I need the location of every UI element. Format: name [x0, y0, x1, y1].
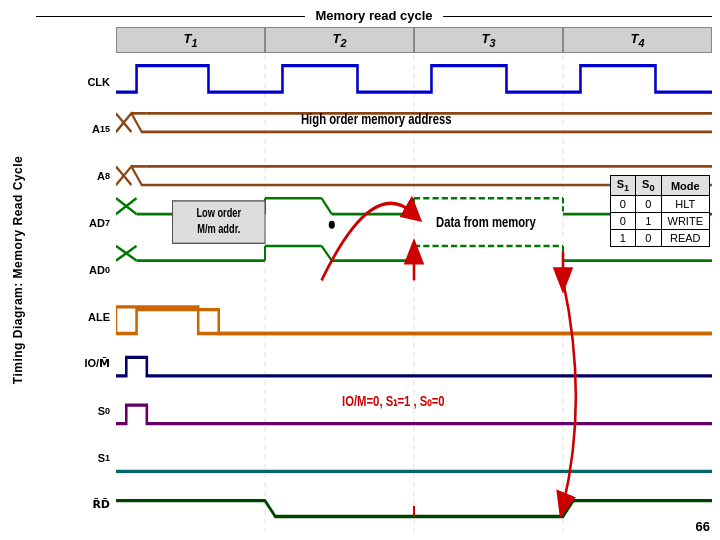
label-s1: S1 [36, 440, 116, 476]
cell-s1-1: 0 [610, 213, 635, 230]
svg-text:Data from memory: Data from memory [436, 214, 536, 231]
table-row: 1 0 READ [610, 230, 709, 247]
svg-text:M/m addr.: M/m addr. [197, 221, 240, 234]
waveform-canvas: High order memory address [116, 55, 712, 532]
high-order-label: High order memory address [301, 110, 452, 127]
clock-header: T1 T2 T3 T4 [36, 27, 712, 53]
cell-s0-1: 1 [636, 213, 661, 230]
cell-mode-write: WRITE [661, 213, 709, 230]
table-row: 0 1 WRITE [610, 213, 709, 230]
cell-s0-2: 0 [636, 230, 661, 247]
table-header-s1: S1 [610, 176, 635, 196]
vertical-label: Timing Diagram: Memory Read Cycle [0, 0, 36, 540]
clock-t4: T4 [563, 27, 712, 53]
title-bar: Memory read cycle [36, 8, 712, 23]
table-header-s0: S0 [636, 176, 661, 196]
label-ad7: AD7 [36, 205, 116, 241]
label-clk: CLK [36, 64, 116, 100]
svg-line-25 [322, 246, 332, 261]
svg-text:Low order: Low order [196, 205, 241, 218]
diagram-title: Memory read cycle [305, 8, 442, 23]
label-ad0: AD0 [36, 252, 116, 288]
label-ale: ALE [36, 299, 116, 335]
cell-s1-0: 0 [610, 196, 635, 213]
waveform-area: CLK A15 A8 AD7 AD0 ALE IO/M̄ S0 S1 R̄D̄ [36, 55, 712, 532]
clock-t2: T2 [265, 27, 414, 53]
mode-table: S1 S0 Mode 0 0 HLT 0 1 WRITE 1 0 READ [610, 175, 710, 247]
table-row: 0 0 HLT [610, 196, 709, 213]
label-a8: A8 [36, 158, 116, 194]
label-rd: R̄D̄ [36, 487, 116, 523]
cell-s0-0: 0 [636, 196, 661, 213]
cell-mode-hlt: HLT [661, 196, 709, 213]
vertical-label-text: Timing Diagram: Memory Read Cycle [11, 156, 25, 384]
svg-point-35 [329, 220, 335, 228]
clock-t1: T1 [116, 27, 265, 53]
label-a15: A15 [36, 111, 116, 147]
signal-labels: CLK A15 A8 AD7 AD0 ALE IO/M̄ S0 S1 R̄D̄ [36, 55, 116, 532]
label-iom: IO/M̄ [36, 346, 116, 382]
main-content: Memory read cycle T1 T2 T3 T4 CLK A15 A8… [36, 0, 720, 540]
page-number: 66 [696, 519, 710, 534]
cell-mode-read: READ [661, 230, 709, 247]
table-header-mode: Mode [661, 176, 709, 196]
label-s0: S0 [36, 393, 116, 429]
svg-line-14 [322, 198, 332, 214]
cell-s1-2: 1 [610, 230, 635, 247]
clock-t3: T3 [414, 27, 563, 53]
svg-text:IO/M=0, S₁=1 , S₀=0: IO/M=0, S₁=1 , S₀=0 [342, 393, 444, 410]
